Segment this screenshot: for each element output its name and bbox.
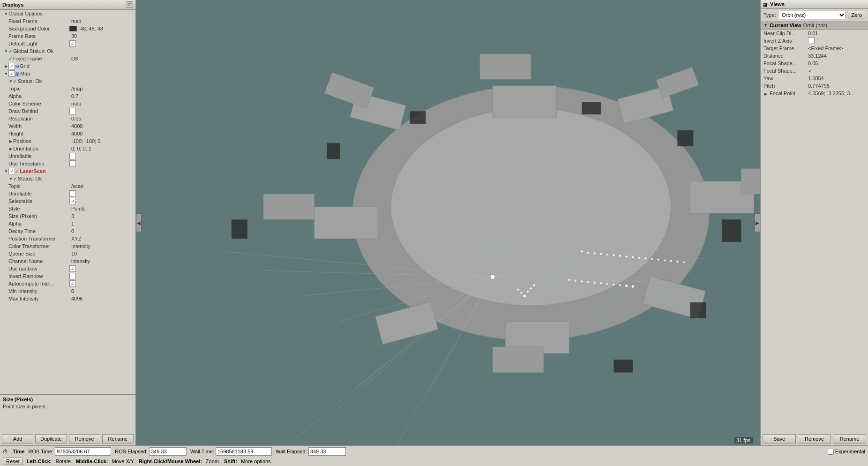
- map-alpha-row[interactable]: Alpha 0.7: [0, 92, 135, 100]
- laserscan-topic-row[interactable]: Topic /scan: [0, 182, 135, 190]
- map-checkbox[interactable]: [8, 70, 15, 77]
- collapse-right-btn[interactable]: ▶: [755, 213, 760, 232]
- main-viewport[interactable]: ◀ ▶: [136, 0, 760, 445]
- laserscan-unreliable-row[interactable]: Unreliable: [0, 190, 135, 197]
- zero-btn[interactable]: Zero: [848, 11, 865, 19]
- global-status-row[interactable]: ▼ ✓ Global Status: Ok: [0, 47, 135, 55]
- current-view-arrow[interactable]: ▼: [763, 23, 768, 28]
- laserscan-autocompute-checkbox[interactable]: [69, 280, 76, 287]
- laserscan-status-icon: ✓: [13, 176, 17, 181]
- views-remove-btn[interactable]: Remove: [798, 434, 831, 443]
- focal-point-arrow[interactable]: ▶: [763, 91, 768, 96]
- map-orientation-row[interactable]: ▶ Orientation 0; 0; 0; 1: [0, 145, 135, 152]
- map-status-arrow[interactable]: ▼: [8, 79, 13, 83]
- laserscan-queue-value: 10: [71, 251, 77, 256]
- map-position-row[interactable]: ▶ Position -100; -100; 0: [0, 137, 135, 145]
- laserscan-invert-rainbow-checkbox[interactable]: [69, 273, 76, 279]
- wall-elapsed-input[interactable]: [308, 447, 346, 456]
- laserscan-use-rainbow-checkbox[interactable]: [69, 265, 76, 272]
- map-orientation-arrow[interactable]: ▶: [8, 146, 13, 151]
- map-arrow[interactable]: ▼: [4, 71, 8, 76]
- laserscan-row[interactable]: ▼ ⤢ LaserScan: [0, 167, 135, 175]
- laserscan-unreliable-checkbox[interactable]: [69, 190, 76, 197]
- laserscan-min-intensity-row[interactable]: Min Intensity 0: [0, 287, 135, 295]
- ros-time-input[interactable]: [55, 447, 111, 456]
- bg-color-row[interactable]: Background Color 48; 48; 48: [0, 25, 135, 32]
- map-visualization[interactable]: [136, 0, 760, 445]
- distance-row[interactable]: Distance 33.1244: [761, 52, 868, 60]
- invert-z-checkbox[interactable]: [808, 38, 815, 44]
- map-use-timestamp-row[interactable]: Use Timestamp: [0, 160, 135, 167]
- yaw-value: 1.5054: [808, 75, 824, 81]
- laserscan-queue-row[interactable]: Queue Size 10: [0, 250, 135, 257]
- yaw-row[interactable]: Yaw 1.5054: [761, 75, 868, 82]
- global-options-row[interactable]: ▼ Global Options: [0, 10, 135, 17]
- current-view-header: ▼ Current View Orbit (rviz): [761, 22, 868, 30]
- middle-click-label: Middle-Click:: [76, 458, 108, 464]
- type-select[interactable]: Orbit (rviz): [778, 11, 846, 19]
- laserscan-arrow[interactable]: ▼: [4, 169, 8, 173]
- laserscan-status-arrow[interactable]: ▼: [8, 176, 13, 181]
- map-use-timestamp-checkbox[interactable]: [69, 160, 76, 167]
- map-height-row[interactable]: Height 4000: [0, 130, 135, 137]
- laserscan-checkbox[interactable]: [8, 168, 15, 174]
- map-draw-behind-row[interactable]: Draw Behind: [0, 107, 135, 115]
- map-unreliable-row[interactable]: Unreliable: [0, 152, 135, 160]
- map-color-scheme-row[interactable]: Color Scheme map: [0, 100, 135, 107]
- default-light-checkbox[interactable]: [69, 40, 76, 47]
- laserscan-decay-row[interactable]: Decay Time 0: [0, 227, 135, 235]
- map-row[interactable]: ▼ ▦ Map: [0, 70, 135, 77]
- laserscan-selectable-row[interactable]: Selectable: [0, 197, 135, 205]
- frame-rate-row[interactable]: Frame Rate 30: [0, 32, 135, 40]
- svg-point-42: [651, 258, 653, 260]
- displays-close-btn[interactable]: □: [127, 1, 133, 8]
- laserscan-alpha-row[interactable]: Alpha 1: [0, 220, 135, 227]
- views-save-btn[interactable]: Save: [763, 434, 796, 443]
- add-button[interactable]: Add: [2, 434, 33, 443]
- laserscan-invert-rainbow-row[interactable]: Invert Rainbow: [0, 272, 135, 280]
- laserscan-status-row[interactable]: ▼ ✓ Status: Ok: [0, 175, 135, 182]
- global-options-arrow[interactable]: ▼: [4, 11, 8, 16]
- focal-shape2-row[interactable]: Focal Shape... ✓: [761, 67, 868, 75]
- laserscan-channel-row[interactable]: Channel Name intensity: [0, 257, 135, 265]
- laserscan-selectable-checkbox[interactable]: [69, 198, 76, 204]
- laserscan-style-row[interactable]: Style Points: [0, 205, 135, 212]
- laserscan-autocompute-row[interactable]: Autocompute Inte...: [0, 280, 135, 287]
- map-width-row[interactable]: Width 4000: [0, 122, 135, 130]
- map-topic-row[interactable]: Topic /map: [0, 85, 135, 92]
- global-status-arrow[interactable]: ▼: [4, 49, 8, 53]
- target-frame-row[interactable]: Target Frame <Fixed Frame>: [761, 45, 868, 52]
- focal-point-row[interactable]: ▶ Focal Point 4.5569; -3.2255; 3...: [761, 90, 868, 97]
- grid-arrow[interactable]: ▶: [4, 64, 8, 68]
- near-clip-row[interactable]: Near Clip Di... 0.01: [761, 30, 868, 37]
- views-rename-btn[interactable]: Rename: [833, 434, 866, 443]
- svg-point-60: [520, 292, 522, 293]
- pitch-row[interactable]: Pitch 0.774796: [761, 82, 868, 90]
- laserscan-max-intensity-row[interactable]: Max Intensity 4096: [0, 295, 135, 302]
- laserscan-pos-transformer-row[interactable]: Position Transformer XYZ: [0, 235, 135, 242]
- wall-time-input[interactable]: [216, 447, 272, 456]
- laserscan-use-rainbow-row[interactable]: Use rainbow: [0, 265, 135, 272]
- laserscan-size-row[interactable]: Size (Pixels) 3: [0, 212, 135, 220]
- map-draw-behind-checkbox[interactable]: [69, 108, 76, 114]
- map-status-row[interactable]: ▼ ✓ Status: Ok: [0, 77, 135, 85]
- fixed-frame-row[interactable]: Fixed Frame map: [0, 17, 135, 25]
- invert-z-row[interactable]: Invert Z Axis: [761, 37, 868, 45]
- duplicate-button[interactable]: Duplicate: [35, 434, 67, 443]
- experimental-checkbox[interactable]: [828, 449, 834, 455]
- reset-button[interactable]: Reset: [3, 458, 23, 465]
- remove-button[interactable]: Remove: [69, 434, 100, 443]
- map-resolution-row[interactable]: Resolution 0.05: [0, 115, 135, 122]
- map-position-arrow[interactable]: ▶: [8, 139, 13, 143]
- default-light-row[interactable]: Default Light: [0, 40, 135, 47]
- rename-button[interactable]: Rename: [102, 434, 134, 443]
- collapse-left-btn[interactable]: ◀: [136, 213, 142, 232]
- grid-checkbox[interactable]: [8, 63, 15, 69]
- ros-elapsed-input[interactable]: [149, 447, 187, 456]
- map-unreliable-checkbox[interactable]: [69, 153, 76, 159]
- laserscan-color-transformer-row[interactable]: Color Transformer Intensity: [0, 242, 135, 250]
- global-fixed-frame-status-row[interactable]: ✓ Fixed Frame OK: [0, 55, 135, 62]
- bottom-bar: ⏱ Time ROS Time: ROS Elapsed: Wall Time:…: [0, 445, 868, 466]
- grid-row[interactable]: ▶ ⊞ Grid: [0, 62, 135, 70]
- focal-shape1-row[interactable]: Focal Shape... 0.05: [761, 60, 868, 67]
